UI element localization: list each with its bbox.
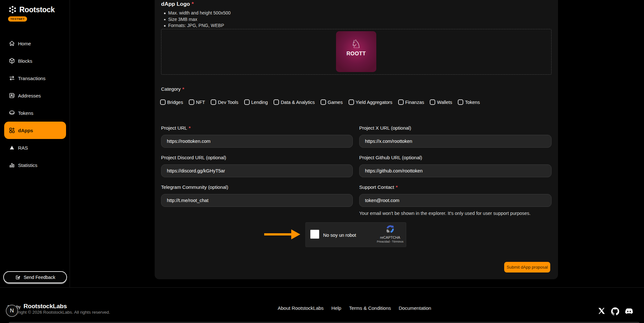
- recaptcha-widget: No soy un robot reCAPTCHA Privacidad - T…: [305, 222, 406, 247]
- checkbox[interactable]: [211, 99, 216, 105]
- category-label: Category*: [161, 86, 184, 92]
- dapp-logo-preview-text: ROOTT: [346, 51, 366, 57]
- project-github-url-input[interactable]: [359, 164, 552, 177]
- testnet-badge: TESTNET: [8, 16, 27, 22]
- pointer-arrow: [264, 227, 300, 241]
- cube-icon: [9, 58, 15, 64]
- project-github-url-label: Project Github URL (optional): [359, 155, 422, 160]
- footer-brand[interactable]: RootstockLabs: [24, 303, 67, 310]
- sidebar-item-label: Addresses: [18, 93, 41, 98]
- send-feedback-label: Send Feedback: [24, 275, 55, 280]
- sidebar-item-statistics[interactable]: Statistics: [4, 156, 66, 174]
- overlay-avatar[interactable]: N: [6, 305, 18, 317]
- category-option-games[interactable]: Games: [321, 99, 343, 105]
- recaptcha-icon: [385, 224, 395, 234]
- project-discord-url-label: Project Discord URL (optional): [161, 155, 226, 160]
- category-option-tokens[interactable]: Tokens: [458, 99, 480, 105]
- checkbox[interactable]: [189, 99, 194, 105]
- category-option-wallets[interactable]: Wallets: [430, 99, 452, 105]
- sidebar-item-label: RAS: [18, 145, 28, 151]
- sidebar-item-addresses[interactable]: Addresses: [4, 87, 66, 104]
- category-option-lending[interactable]: Lending: [244, 99, 268, 105]
- project-discord-url-input[interactable]: [161, 164, 353, 177]
- footer-link-about[interactable]: About RootstockLabs: [278, 305, 324, 311]
- sidebar-nav: Home Blocks Transactions: [4, 35, 66, 174]
- project-x-url-label: Project X URL (optional): [359, 125, 411, 131]
- submit-dapp-proposal-button[interactable]: Submit dApp proposal: [504, 262, 550, 272]
- rootstock-logo[interactable]: Rootstock: [8, 5, 55, 14]
- checkbox[interactable]: [321, 99, 326, 105]
- discord-icon[interactable]: [625, 307, 633, 316]
- x-twitter-icon[interactable]: [598, 307, 606, 315]
- bar-chart-icon: [9, 162, 15, 168]
- github-icon[interactable]: [611, 307, 619, 315]
- project-url-label: Project URL*: [161, 125, 191, 131]
- support-contact-helper: Your email won't be shown in the explore…: [359, 211, 531, 216]
- sidebar-item-tokens[interactable]: Tokens: [4, 104, 66, 122]
- feedback-note-icon: [15, 274, 21, 280]
- telegram-community-label: Telegram Community (optional): [161, 184, 228, 190]
- category-option-finanzas[interactable]: Finanzas: [398, 99, 424, 105]
- logo-rules-list: Max. width and height 500x500 Size 3MB m…: [168, 10, 231, 29]
- footer-link-help[interactable]: Help: [332, 305, 341, 311]
- checkbox[interactable]: [274, 99, 279, 105]
- sidebar-item-label: Blocks: [18, 58, 32, 64]
- support-contact-label: Support Contact*: [359, 184, 398, 190]
- dapp-logo-preview: ♘ ROOTT: [336, 31, 376, 72]
- send-feedback-button[interactable]: Send Feedback: [3, 271, 67, 283]
- footer-link-terms[interactable]: Terms & Conditions: [349, 305, 391, 311]
- contact-card-icon: [9, 92, 15, 99]
- checkbox[interactable]: [349, 99, 354, 105]
- triangle-icon: [9, 144, 15, 151]
- checkbox[interactable]: [160, 99, 166, 105]
- arrows-swap-icon: [9, 75, 15, 81]
- checkbox[interactable]: [398, 99, 404, 105]
- category-option-dev-tools[interactable]: Dev Tools: [211, 99, 238, 105]
- sidebar-item-label: Home: [18, 41, 31, 46]
- logo-rule: Max. width and height 500x500: [168, 10, 231, 16]
- sidebar-item-label: dApps: [18, 128, 33, 133]
- project-x-url-input[interactable]: [359, 135, 552, 148]
- knight-icon: ♘: [351, 39, 361, 50]
- checkbox[interactable]: [244, 99, 250, 105]
- required-asterisk: *: [192, 1, 194, 7]
- category-option-bridges[interactable]: Bridges: [160, 99, 183, 105]
- sidebar-item-label: Tokens: [18, 110, 34, 116]
- sidebar-item-label: Statistics: [18, 162, 37, 168]
- footer: Built by RootstockLabs Copyright © 2026 …: [0, 287, 644, 323]
- category-options: Bridges NFT Dev Tools Lending Data & Ana…: [160, 99, 480, 105]
- project-url-input[interactable]: [161, 135, 353, 148]
- rootstock-flower-icon: [8, 5, 17, 14]
- home-icon: [9, 40, 15, 47]
- category-option-nft[interactable]: NFT: [189, 99, 205, 105]
- footer-socials: [598, 307, 633, 316]
- sidebar-item-dapps[interactable]: dApps: [4, 122, 66, 139]
- sidebar-item-label: Transactions: [18, 76, 45, 81]
- category-option-yield-aggregators[interactable]: Yield Aggregators: [349, 99, 392, 105]
- category-option-data-analytics[interactable]: Data & Analytics: [274, 99, 315, 105]
- sidebar-item-home[interactable]: Home: [4, 35, 66, 52]
- telegram-community-input[interactable]: [161, 194, 353, 207]
- brand-name: Rootstock: [19, 5, 55, 14]
- recaptcha-links[interactable]: Privacidad - Términos: [377, 240, 404, 243]
- checkbox[interactable]: [458, 99, 463, 105]
- footer-links: About RootstockLabs Help Terms & Conditi…: [278, 305, 431, 311]
- sidebar: Rootstock TESTNET Home Blocks: [0, 0, 70, 287]
- dapp-logo-label: dApp Logo*: [161, 1, 194, 7]
- coin-icon: [9, 110, 15, 116]
- sidebar-item-ras[interactable]: RAS: [4, 139, 66, 156]
- copyright-text: Copyright © 2026 RootstockLabs. All righ…: [8, 310, 110, 315]
- checkbox[interactable]: [430, 99, 435, 105]
- required-asterisk: *: [182, 86, 184, 92]
- sidebar-item-transactions[interactable]: Transactions: [4, 69, 66, 87]
- recaptcha-checkbox[interactable]: [310, 230, 319, 239]
- footer-link-documentation[interactable]: Documentation: [399, 305, 431, 311]
- sidebar-item-blocks[interactable]: Blocks: [4, 52, 66, 69]
- logo-rule: Formats: JPG, PNG, WEBP: [168, 23, 231, 29]
- recaptcha-logo: reCAPTCHA Privacidad - Términos: [377, 224, 404, 243]
- apps-plus-icon: [9, 127, 15, 134]
- logo-rule: Size 3MB max: [168, 16, 231, 23]
- support-contact-input[interactable]: [359, 194, 552, 207]
- recaptcha-brand: reCAPTCHA: [377, 235, 404, 239]
- recaptcha-label: No soy un robot: [323, 223, 356, 247]
